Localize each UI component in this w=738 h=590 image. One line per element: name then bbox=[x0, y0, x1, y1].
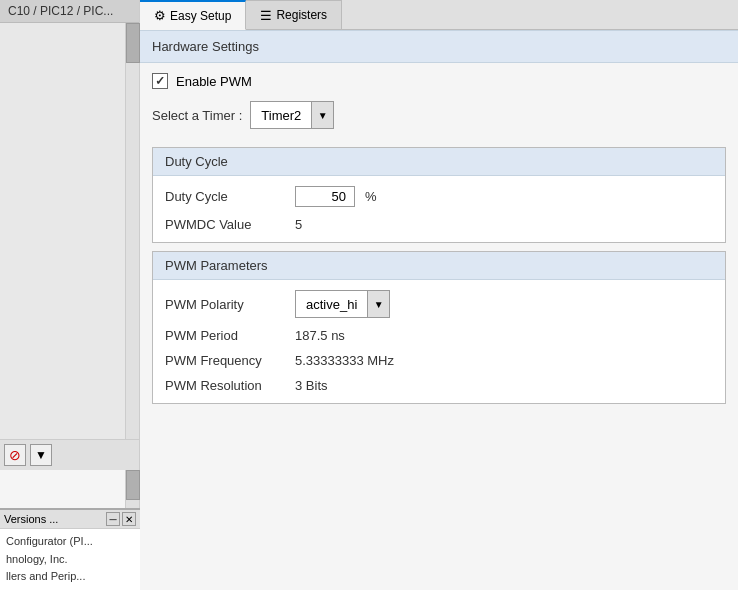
versions-line-2: hnology, Inc. bbox=[6, 551, 134, 569]
tab-easy-setup-label: Easy Setup bbox=[170, 9, 231, 23]
pwm-resolution-value: 3 Bits bbox=[295, 378, 328, 393]
tab-registers[interactable]: ☰ Registers bbox=[246, 0, 342, 29]
versions-content: Configurator (PI... hnology, Inc. llers … bbox=[0, 529, 140, 590]
hardware-body: Enable PWM Select a Timer : Timer2 ▼ bbox=[140, 63, 738, 139]
duty-cycle-header: Duty Cycle bbox=[153, 148, 725, 176]
versions-line-1: Configurator (PI... bbox=[6, 533, 134, 551]
pwm-polarity-row: PWM Polarity active_hi ▼ bbox=[165, 290, 713, 318]
select-timer-row: Select a Timer : Timer2 ▼ bbox=[152, 101, 726, 129]
pwm-frequency-value: 5.33333333 MHz bbox=[295, 353, 394, 368]
close-icon: ✕ bbox=[125, 514, 133, 525]
chevron-down-icon-timer: ▼ bbox=[318, 110, 328, 121]
versions-minimize-button[interactable]: ─ bbox=[106, 512, 120, 526]
sidebar-header: C10 / PIC12 / PIC... bbox=[0, 0, 139, 23]
tab-registers-label: Registers bbox=[276, 8, 327, 22]
duty-cycle-unit: % bbox=[365, 189, 377, 204]
sidebar-scroll-area bbox=[0, 23, 139, 439]
cancel-icon: ⊘ bbox=[9, 447, 21, 463]
versions-close-button[interactable]: ✕ bbox=[122, 512, 136, 526]
gear-icon: ⚙ bbox=[154, 8, 166, 23]
pwm-resolution-row: PWM Resolution 3 Bits bbox=[165, 378, 713, 393]
duty-cycle-group: Duty Cycle Duty Cycle % PWMDC Value 5 bbox=[152, 147, 726, 243]
sidebar-bottom-scrollbar-thumb[interactable] bbox=[126, 470, 140, 500]
pwm-period-label: PWM Period bbox=[165, 328, 285, 343]
chevron-down-icon: ▼ bbox=[35, 448, 47, 462]
hardware-settings-title: Hardware Settings bbox=[152, 39, 259, 54]
versions-titlebar: Versions ... ─ ✕ bbox=[0, 510, 140, 529]
pwm-polarity-label: PWM Polarity bbox=[165, 297, 285, 312]
cancel-icon-btn[interactable]: ⊘ bbox=[4, 444, 26, 466]
enable-pwm-checkbox[interactable] bbox=[152, 73, 168, 89]
pwm-parameters-header: PWM Parameters bbox=[153, 252, 725, 280]
chevron-down-icon-polarity: ▼ bbox=[374, 299, 384, 310]
dropdown-arrow-btn[interactable]: ▼ bbox=[30, 444, 52, 466]
versions-line-3: llers and Perip... bbox=[6, 568, 134, 586]
pwm-period-row: PWM Period 187.5 ns bbox=[165, 328, 713, 343]
sidebar-bottom: ⊘ ▼ Versions ... ─ ✕ bbox=[0, 439, 139, 590]
pwm-frequency-row: PWM Frequency 5.33333333 MHz bbox=[165, 353, 713, 368]
main-content: ⚙ Easy Setup ☰ Registers Hardware Settin… bbox=[140, 0, 738, 590]
polarity-dropdown-value: active_hi bbox=[296, 294, 367, 315]
content-area: Hardware Settings Enable PWM Select a Ti… bbox=[140, 30, 738, 590]
timer-dropdown-arrow[interactable]: ▼ bbox=[311, 102, 333, 128]
pwm-parameters-body: PWM Polarity active_hi ▼ PWM Period 187.… bbox=[153, 280, 725, 403]
duty-cycle-input[interactable] bbox=[295, 186, 355, 207]
sidebar-scrollbar[interactable] bbox=[125, 23, 139, 439]
duty-cycle-label: Duty Cycle bbox=[165, 189, 285, 204]
tab-easy-setup[interactable]: ⚙ Easy Setup bbox=[140, 0, 246, 30]
polarity-dropdown[interactable]: active_hi ▼ bbox=[295, 290, 390, 318]
sidebar-header-text: C10 / PIC12 / PIC... bbox=[8, 4, 113, 18]
pwm-period-value: 187.5 ns bbox=[295, 328, 345, 343]
hardware-settings-header: Hardware Settings bbox=[140, 30, 738, 63]
timer-dropdown[interactable]: Timer2 ▼ bbox=[250, 101, 334, 129]
duty-cycle-title: Duty Cycle bbox=[165, 154, 228, 169]
select-timer-label: Select a Timer : bbox=[152, 108, 242, 123]
pwm-parameters-group: PWM Parameters PWM Polarity active_hi ▼ … bbox=[152, 251, 726, 404]
versions-panel: Versions ... ─ ✕ Configurator (PI... hno… bbox=[0, 508, 140, 590]
sidebar-scrollbar-thumb[interactable] bbox=[126, 23, 140, 63]
pwmdc-row: PWMDC Value 5 bbox=[165, 217, 713, 232]
sidebar-bottom-scroll-area: Versions ... ─ ✕ Configurator (PI... hno… bbox=[0, 470, 139, 590]
enable-pwm-label: Enable PWM bbox=[176, 74, 252, 89]
left-sidebar: C10 / PIC12 / PIC... ⊘ ▼ Versions .. bbox=[0, 0, 140, 590]
minimize-icon: ─ bbox=[109, 514, 116, 525]
duty-cycle-row: Duty Cycle % bbox=[165, 186, 713, 207]
list-icon: ☰ bbox=[260, 8, 272, 23]
pwm-frequency-label: PWM Frequency bbox=[165, 353, 285, 368]
tab-bar: ⚙ Easy Setup ☰ Registers bbox=[140, 0, 738, 30]
pwm-resolution-label: PWM Resolution bbox=[165, 378, 285, 393]
sidebar-controls: ⊘ ▼ bbox=[0, 440, 139, 470]
pwm-parameters-title: PWM Parameters bbox=[165, 258, 268, 273]
timer-dropdown-value: Timer2 bbox=[251, 105, 311, 126]
polarity-dropdown-arrow[interactable]: ▼ bbox=[367, 291, 389, 317]
versions-title: Versions ... bbox=[4, 513, 104, 525]
pwmdc-label: PWMDC Value bbox=[165, 217, 285, 232]
pwmdc-value: 5 bbox=[295, 217, 302, 232]
sidebar-content bbox=[0, 23, 125, 439]
enable-pwm-row: Enable PWM bbox=[152, 73, 726, 89]
duty-cycle-body: Duty Cycle % PWMDC Value 5 bbox=[153, 176, 725, 242]
